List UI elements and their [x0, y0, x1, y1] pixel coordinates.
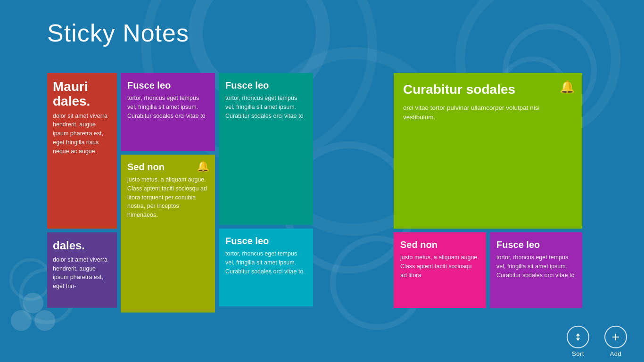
sort-icon — [567, 326, 589, 348]
sort-button[interactable]: Sort — [559, 320, 597, 362]
add-label: Add — [610, 350, 622, 357]
note-fusce-purple[interactable]: Fusce leo tortor, rhoncus eget tempus ve… — [121, 73, 215, 151]
note-body: orci vitae tortor pulvinar ullamcorper v… — [403, 103, 573, 123]
note-title: Sed non — [400, 239, 479, 250]
note-body: tortor, rhoncus eget tempus vel, fringil… — [496, 253, 576, 280]
note-title: Fusce leo — [225, 235, 306, 247]
note-dales[interactable]: dales. dolor sit amet viverra hendrerit,… — [47, 232, 117, 308]
svg-point-1 — [34, 310, 55, 331]
note-fusce-teal[interactable]: Fusce leo tortor, rhoncus eget tempus ve… — [219, 73, 313, 225]
note-body: justo metus, a aliquam augue. Class apte… — [400, 253, 479, 280]
bell-icon: 🔔 — [560, 80, 575, 94]
note-mauri[interactable]: Mauri dales. dolor sit amet viverra hend… — [47, 73, 117, 229]
bell-icon: 🔔 — [197, 160, 209, 173]
bottom-bar: Sort Add — [503, 321, 644, 362]
note-title: dales. — [53, 239, 111, 253]
note-body: tortor, rhoncus eget tempus vel, fringil… — [127, 94, 208, 120]
note-curabitur[interactable]: 🔔 Curabitur sodales orci vitae tortor pu… — [394, 73, 582, 229]
note-title: Fusce leo — [127, 80, 208, 91]
note-body: tortor, rhoncus eget tempus vel, fringil… — [225, 94, 306, 120]
note-title: Curabitur sodales — [403, 82, 573, 98]
note-body: tortor, rhoncus eget tempus vel, fringil… — [225, 249, 306, 276]
note-title: Fusce leo — [225, 80, 306, 91]
svg-point-0 — [23, 293, 43, 313]
sort-label: Sort — [572, 350, 584, 357]
note-sed-non-pink[interactable]: Sed non justo metus, a aliquam augue. Cl… — [394, 232, 486, 308]
page-title: Sticky Notes — [47, 19, 189, 47]
note-body: dolor sit amet viverra hendrerit, augue … — [53, 255, 111, 291]
note-fusce-teal-light[interactable]: Fusce leo tortor, rhoncus eget tempus ve… — [219, 229, 313, 306]
note-sed-non-olive[interactable]: 🔔 Sed non justo metus, a aliquam augue. … — [121, 155, 215, 313]
add-button[interactable]: Add — [597, 320, 635, 362]
svg-point-2 — [11, 310, 32, 331]
note-fusce-magenta[interactable]: Fusce leo tortor, rhoncus eget tempus ve… — [490, 232, 582, 308]
note-body: dolor sit amet viverra hendrerit, augue … — [53, 112, 111, 156]
note-title: Fusce leo — [496, 239, 576, 250]
add-icon — [604, 326, 627, 348]
note-body: justo metus, a aliquam augue. Class apte… — [127, 175, 208, 220]
note-title: Mauri dales. — [53, 80, 111, 109]
